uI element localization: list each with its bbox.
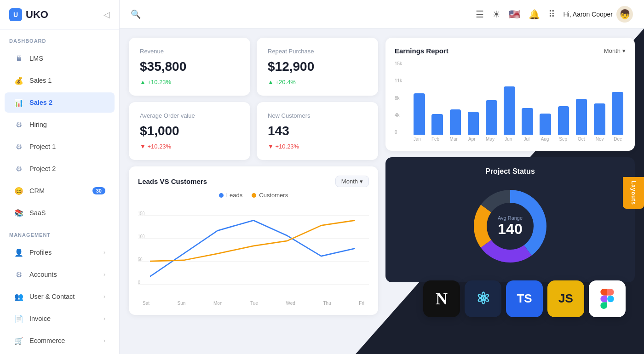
svg-text:0: 0 <box>138 280 140 285</box>
leads-dot <box>219 193 224 198</box>
x-label-jan: Jan <box>409 137 425 142</box>
sidebar-item-crm[interactable]: 😊 CRM 30 <box>5 181 115 201</box>
crm-icon: 😊 <box>14 186 24 196</box>
top-right: Earnings Report Month ▾ 15k 11k 8k <box>385 38 635 326</box>
stat-label: Average Order value <box>140 112 239 119</box>
sidebar-item-label: LMS <box>29 55 43 62</box>
sidebar-item-label: Invoice <box>29 315 51 322</box>
x-label-thu: Thu <box>323 301 331 306</box>
stat-card-revenue: Revenue $35,800 ▲ +10.23% <box>129 38 250 96</box>
sidebar-item-project2[interactable]: ⚙ Project 2 <box>5 159 115 179</box>
sidebar-item-ecommerce[interactable]: 🛒 Ecommerce › <box>5 331 115 351</box>
sidebar-item-lms[interactable]: 🖥 LMS <box>5 48 115 69</box>
lms-icon: 🖥 <box>14 53 24 63</box>
x-label-nov: Nov <box>592 137 608 142</box>
stat-value: $35,800 <box>140 59 239 74</box>
chevron-right-icon: › <box>104 249 105 256</box>
bar-x-labels: Jan Feb Mar Apr May Jun Jul Aug Sep Oct … <box>395 137 626 142</box>
saas-icon: 📚 <box>14 208 24 218</box>
legend-customers: Customers <box>252 192 288 199</box>
bar-chart-grid: 15k 11k 8k 4k 0 <box>395 61 626 135</box>
sidebar-item-label: CRM <box>29 187 45 194</box>
leads-filter-label: Month <box>341 178 358 185</box>
javascript-icon-box[interactable]: JS <box>547 280 584 317</box>
stat-cards-area: Revenue $35,800 ▲ +10.23% Repeat Purchas… <box>129 38 378 160</box>
project1-icon: ⚙ <box>14 142 24 152</box>
y-label: 0 <box>395 130 402 135</box>
profiles-icon: 👤 <box>14 247 24 257</box>
x-label-jul: Jul <box>519 137 535 142</box>
sidebar-item-sales2[interactable]: 📊 Sales 2 <box>5 92 115 113</box>
typescript-label: TS <box>517 291 532 306</box>
svg-text:150: 150 <box>138 211 145 216</box>
chevron-right-icon: › <box>104 315 105 322</box>
bell-icon[interactable]: 🔔 <box>529 9 540 20</box>
x-label-mar: Mar <box>446 137 461 142</box>
user-contact-icon: 👥 <box>14 291 24 302</box>
bar-jun <box>501 86 518 135</box>
app-logo: U UKO <box>9 8 48 21</box>
sidebar-item-label: Profiles <box>29 249 52 256</box>
grid-icon[interactable]: ⠿ <box>548 9 555 20</box>
month-selector[interactable]: Month ▾ <box>604 47 626 54</box>
stat-change: ▼ +10.23% <box>140 143 239 150</box>
y-label: 11k <box>395 78 402 83</box>
legend-leads: Leads <box>219 192 242 199</box>
chart-x-labels: Sat Sun Mon Tue Wed Thu Fri <box>138 301 369 306</box>
accounts-icon: ⚙ <box>14 269 24 280</box>
bar-chart: 15k 11k 8k 4k 0 <box>395 61 626 142</box>
layouts-tab[interactable]: Layouts <box>623 177 644 209</box>
search-area: 🔍 <box>131 9 470 19</box>
sidebar-item-label: Hiring <box>29 121 47 128</box>
stat-card-new-customers: New Customers 143 ▼ +10.23% <box>257 102 378 160</box>
earnings-header: Earnings Report Month ▾ <box>395 47 626 55</box>
react-icon-box[interactable]: ⚛ <box>465 280 501 317</box>
leads-chart-card: Leads VS Customers Month ▾ Leads <box>129 166 378 315</box>
stat-value: 143 <box>268 124 367 138</box>
x-label-wed: Wed <box>286 301 295 306</box>
x-label-aug: Aug <box>537 137 553 142</box>
donut-center: Avg Range 140 <box>498 215 523 238</box>
leads-filter-button[interactable]: Month ▾ <box>335 176 369 187</box>
earnings-card: Earnings Report Month ▾ 15k 11k 8k <box>385 38 635 151</box>
sidebar-item-user-contact[interactable]: 👥 User & Contact › <box>5 286 115 307</box>
menu-icon[interactable]: ☰ <box>476 9 484 20</box>
x-label-oct: Oct <box>574 137 589 142</box>
user-greeting: Hi, Aaron Cooper <box>564 11 613 18</box>
bar-jul <box>519 108 535 135</box>
sidebar-item-saas[interactable]: 📚 SaaS <box>5 203 115 223</box>
sidebar-item-invoice[interactable]: 📄 Invoice › <box>5 308 115 329</box>
sidebar-collapse-button[interactable]: ◁ <box>104 10 110 20</box>
user-info[interactable]: Hi, Aaron Cooper 👦 <box>564 6 633 23</box>
chevron-right-icon: › <box>104 337 105 344</box>
leads-title: Leads VS Customers <box>138 177 207 185</box>
y-label: 8k <box>395 96 402 101</box>
bar-feb <box>429 114 445 135</box>
sidebar-item-hiring[interactable]: ⚙ Hiring <box>5 114 115 135</box>
topbar: 🔍 ☰ ☀ 🇺🇸 🔔 ⠿ Hi, Aaron Cooper 👦 <box>120 0 644 29</box>
stat-change: ▲ +20.4% <box>268 79 367 86</box>
chevron-right-icon: › <box>104 293 105 300</box>
tech-icons-row: N ⚛ TS JS <box>423 280 626 317</box>
bar-apr <box>466 112 482 135</box>
content-area: Revenue $35,800 ▲ +10.23% Repeat Purchas… <box>120 29 644 354</box>
bar-mar <box>447 109 463 135</box>
x-label-may: May <box>483 137 498 142</box>
typescript-icon-box[interactable]: TS <box>506 280 543 317</box>
sidebar-item-accounts[interactable]: ⚙ Accounts › <box>5 264 115 285</box>
x-label-dec: Dec <box>610 137 626 142</box>
sidebar-item-sales1[interactable]: 💰 Sales 1 <box>5 70 115 91</box>
main-area: 🔍 ☰ ☀ 🇺🇸 🔔 ⠿ Hi, Aaron Cooper 👦 Revenue <box>120 0 644 354</box>
stat-label: New Customers <box>268 112 367 119</box>
react-label: ⚛ <box>476 289 490 308</box>
sidebar-logo-area: U UKO ◁ <box>0 0 119 30</box>
donut-value: 140 <box>498 221 523 238</box>
theme-icon[interactable]: ☀ <box>492 9 500 20</box>
flag-icon[interactable]: 🇺🇸 <box>509 9 520 20</box>
sales1-icon: 💰 <box>14 75 24 86</box>
figma-icon-box[interactable] <box>589 280 626 317</box>
sidebar-item-project1[interactable]: ⚙ Project 1 <box>5 137 115 157</box>
sidebar-item-profiles[interactable]: 👤 Profiles › <box>5 242 115 263</box>
nextjs-icon-box[interactable]: N <box>423 280 460 317</box>
bar-jan <box>411 93 427 135</box>
